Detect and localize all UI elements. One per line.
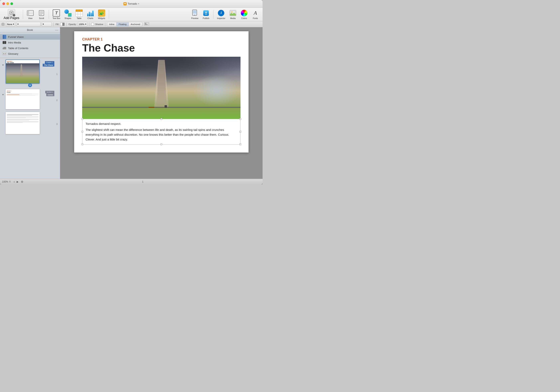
glossary-icon: A-Z xyxy=(2,52,6,56)
anchored-button[interactable]: Anchored xyxy=(129,22,142,26)
close-button[interactable] xyxy=(2,2,5,5)
title-arrow: ▾ xyxy=(138,3,139,5)
handle-tm[interactable] xyxy=(160,118,162,120)
page-expand-2[interactable]: ▼ xyxy=(2,93,4,96)
inspector-button[interactable]: i Inspector xyxy=(215,9,227,20)
zoom-stepper[interactable]: ⇕ xyxy=(9,180,11,183)
style-select[interactable]: None ▾ xyxy=(6,22,15,26)
nav-label-funnel-vision: Funnel Vision xyxy=(8,35,24,39)
widgets-button[interactable]: 🧩 Widgets xyxy=(96,9,107,20)
page-group-3: ▼ xyxy=(0,112,60,134)
charts-button[interactable]: Charts xyxy=(85,9,96,20)
fonts-button[interactable]: A Fonts xyxy=(250,9,260,20)
handle-tl[interactable] xyxy=(81,118,83,120)
nav-label-intro-media: Intro Media xyxy=(8,41,21,44)
page-disclosure-1[interactable]: ▾ xyxy=(28,83,32,87)
app-window: 🌪 Tornado ▾ Add Pages View Scroll xyxy=(0,0,263,184)
document-area[interactable]: CHAPTER 1 The Chase xyxy=(60,27,263,179)
handle-mr[interactable] xyxy=(240,131,241,132)
colors-icon xyxy=(240,10,248,17)
shapes-label: Shapes xyxy=(65,17,71,20)
sidebar-item-funnel-vision[interactable]: Funnel Vision xyxy=(0,34,60,40)
settings-gear-button[interactable]: ⚙ xyxy=(21,180,23,183)
handle-bl[interactable] xyxy=(81,143,83,145)
thumbnails-area: ▼ CHAPTER 1 The Chase xyxy=(0,58,60,179)
chapter-tag-line1: Chapter 1 xyxy=(45,61,54,64)
titlebar: 🌪 Tornado ▾ xyxy=(0,0,263,8)
separator-4 xyxy=(213,10,213,19)
inspector-icon: i xyxy=(218,10,225,17)
preview-label: Preview xyxy=(191,17,199,20)
font-select[interactable]: ▾ xyxy=(16,22,40,26)
scroll-button[interactable]: Scroll xyxy=(36,9,47,20)
media-button[interactable]: Media xyxy=(228,9,238,20)
size-select[interactable]: ▾ xyxy=(42,22,52,26)
sidebar-nav: Funnel Vision Intro Media xyxy=(0,33,60,58)
separator-2 xyxy=(49,10,49,19)
svg-rect-14 xyxy=(193,11,196,13)
next-page-button[interactable]: ▶ xyxy=(16,180,19,183)
prev-page-button[interactable]: ◀ xyxy=(12,180,16,183)
text-box-button[interactable]: T Text Box xyxy=(51,9,62,20)
handle-bm[interactable] xyxy=(160,143,162,145)
page-thumbnail-3[interactable] xyxy=(6,112,40,134)
shadow-checkbox[interactable] xyxy=(91,23,94,26)
wrap-icon[interactable] xyxy=(144,22,149,26)
text-box-icon: T xyxy=(53,10,60,17)
sidebar-item-intro-media[interactable]: Intro Media xyxy=(0,40,60,45)
paragraph-2: The slightest shift can mean the differe… xyxy=(86,128,237,142)
table-label: Table xyxy=(77,17,81,20)
inspector-label: Inspector xyxy=(217,17,225,20)
chapter-title: The Chase xyxy=(82,43,240,53)
table-button[interactable]: Table xyxy=(74,9,84,20)
section-label-badge: Section 1 Cones xyxy=(45,91,54,96)
shapes-button[interactable]: Shapes xyxy=(63,9,73,20)
fill-swatch[interactable] xyxy=(60,23,65,26)
page-thumbnail-2[interactable]: Section 1 Cones xyxy=(6,89,40,109)
sidebar-item-toc[interactable]: Table of Contents xyxy=(0,45,60,51)
handle-ml[interactable] xyxy=(81,131,83,132)
page-thumbnail-1[interactable]: CHAPTER 1 The Chase xyxy=(6,60,40,84)
opacity-select[interactable]: 100% ▾ xyxy=(78,22,87,26)
chapter-label: CHAPTER 1 xyxy=(82,37,240,41)
sidebar-header-label: Book xyxy=(27,29,33,31)
inline-button[interactable]: Inline xyxy=(107,22,117,26)
section-tag-line1: Section 1 xyxy=(45,91,54,93)
preview-icon xyxy=(191,10,199,17)
handle-br[interactable] xyxy=(240,143,241,145)
text-box[interactable]: Tornados demand respect. The slightest s… xyxy=(82,119,240,144)
scroll-label: Scroll xyxy=(39,17,44,20)
format-sep-2 xyxy=(66,22,67,26)
publish-button[interactable]: Publish xyxy=(201,9,211,20)
thumb-row-2: ▼ Section 1 Cones xyxy=(0,89,60,109)
charts-icon xyxy=(87,10,94,17)
formatbar: None ▾ ▾ ▾ Fill: Opacity: 100% ▾ Shadow … xyxy=(0,21,263,27)
svg-rect-18 xyxy=(230,14,236,16)
svg-point-17 xyxy=(231,11,232,13)
fill-label: Fill: xyxy=(56,23,59,25)
document-page: CHAPTER 1 The Chase xyxy=(74,31,249,152)
field xyxy=(82,108,240,119)
minimize-button[interactable] xyxy=(6,2,9,5)
maximize-button[interactable] xyxy=(10,2,13,5)
thumb-container-3 xyxy=(6,112,54,134)
format-sep-1 xyxy=(53,22,54,26)
sidebar-collapse-button[interactable]: — xyxy=(55,28,58,32)
view-button[interactable]: View xyxy=(25,9,35,20)
chapter-label-badge: Chapter 1 The Chase xyxy=(43,61,54,67)
add-pages-icon xyxy=(8,9,15,16)
sidebar-item-glossary[interactable]: A-Z Glossary xyxy=(0,51,60,57)
floating-button[interactable]: Floating xyxy=(117,22,129,26)
preview-button[interactable]: Preview xyxy=(190,9,200,20)
page-expand-1[interactable]: ▼ xyxy=(2,63,4,66)
separator-3 xyxy=(109,10,109,19)
handle-tr[interactable] xyxy=(240,118,241,120)
media-label: Media xyxy=(230,17,236,20)
view-icon xyxy=(27,10,34,17)
colors-button[interactable]: Colors xyxy=(239,9,249,20)
chapter-tag-line2: The Chase xyxy=(43,64,54,67)
view-label: View xyxy=(28,17,33,20)
layout-segment: Inline Floating Anchored xyxy=(107,22,142,26)
page-indicator: 1 xyxy=(25,180,260,183)
add-pages-button[interactable]: Add Pages xyxy=(2,8,21,21)
